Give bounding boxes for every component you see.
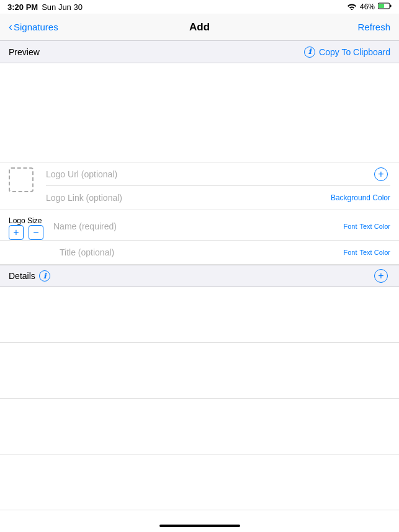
logo-url-add-button[interactable]: + — [374, 167, 388, 181]
details-bar: Details ℹ + — [0, 265, 399, 287]
logo-size-buttons: + − — [9, 225, 46, 240]
details-info-icon[interactable]: ℹ — [39, 270, 50, 282]
home-bar — [159, 525, 240, 527]
background-color-button[interactable]: Background Color — [331, 193, 390, 202]
status-time: 3:20 PM — [7, 2, 38, 12]
detail-row-2 — [0, 343, 399, 399]
name-row: Font Text Color — [51, 215, 390, 238]
battery-icon — [378, 2, 392, 11]
preview-bar: Preview ℹ Copy To Clipboard — [0, 41, 399, 63]
chevron-left-icon: ‹ — [9, 20, 12, 33]
name-font-button[interactable]: Font — [343, 223, 357, 230]
status-bar: 3:20 PM Sun Jun 30 46% — [0, 0, 399, 14]
detail-row-3 — [0, 399, 399, 454]
logo-col — [9, 162, 40, 192]
preview-label: Preview — [9, 47, 40, 57]
logo-size-name-section: Logo Size + − Font Text Color — [0, 210, 399, 241]
refresh-button[interactable]: Refresh — [357, 22, 390, 32]
back-label: Signatures — [14, 22, 58, 32]
logo-size-decrease-button[interactable]: − — [29, 225, 43, 240]
fields-col: + Background Color — [46, 162, 390, 210]
svg-rect-2 — [390, 5, 392, 7]
title-input[interactable] — [57, 242, 343, 262]
status-date: Sun Jun 30 — [42, 2, 83, 12]
logo-link-row: Background Color — [46, 186, 390, 210]
nav-bar: ‹ Signatures Add Refresh — [0, 14, 399, 41]
back-button[interactable]: ‹ Signatures — [9, 20, 58, 33]
preview-actions: ℹ Copy To Clipboard — [304, 47, 390, 58]
home-indicator — [0, 520, 399, 532]
status-icons: 46% — [347, 2, 392, 12]
svg-rect-1 — [379, 4, 384, 8]
title-row: Font Text Color — [0, 241, 399, 265]
logo-url-input[interactable] — [46, 164, 374, 184]
details-content — [0, 287, 399, 532]
details-label-wrap: Details ℹ — [9, 270, 50, 282]
info-icon[interactable]: ℹ — [304, 47, 315, 58]
logo-placeholder — [9, 167, 34, 192]
logo-url-row: + — [46, 162, 390, 186]
wifi-icon — [347, 2, 357, 12]
name-input[interactable] — [51, 216, 343, 236]
title-text-color-button[interactable]: Text Color — [359, 249, 390, 256]
nav-title: Add — [189, 21, 210, 33]
title-font-button[interactable]: Font — [343, 249, 357, 256]
logo-form-section: + Background Color — [0, 162, 399, 210]
logo-size-increase-button[interactable]: + — [9, 225, 24, 240]
detail-row-4 — [0, 454, 399, 510]
copy-to-clipboard-button[interactable]: Copy To Clipboard — [319, 47, 390, 57]
name-text-color-button[interactable]: Text Color — [359, 223, 390, 230]
details-add-button[interactable]: + — [374, 269, 388, 283]
battery-label: 46% — [360, 2, 375, 11]
details-label: Details — [9, 271, 35, 281]
logo-link-input[interactable] — [46, 188, 328, 208]
detail-row-1 — [0, 287, 399, 343]
preview-area — [0, 63, 399, 162]
logo-size-controls: Logo Size + − — [9, 213, 46, 240]
logo-size-label: Logo Size — [9, 216, 42, 225]
